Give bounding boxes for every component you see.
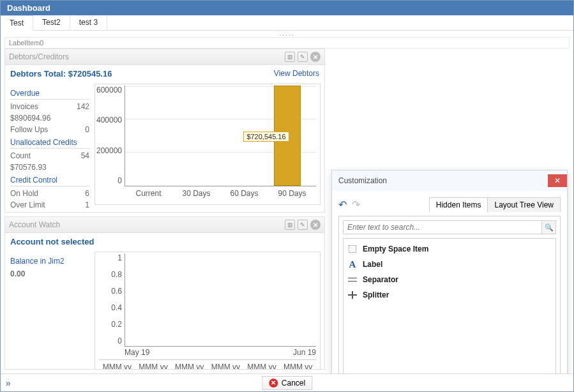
unallocated-heading[interactable]: Unallocated Credits — [10, 138, 89, 149]
item-splitter[interactable]: Splitter — [346, 287, 553, 303]
undo-icon[interactable]: ↶ — [338, 199, 347, 211]
y-tick: 0.2 — [111, 320, 122, 329]
debtors-total-title: Debtors Total: $720545.16 — [10, 69, 112, 79]
debtors-panel-header: Debtors/Creditors — [9, 52, 69, 61]
unalloc-count-label: Count — [10, 151, 31, 160]
cancel-button[interactable]: ✕ Cancel — [262, 376, 312, 390]
x-bottom-tick: MMM yy — [244, 363, 280, 370]
x-tick: 90 Days — [268, 189, 316, 200]
followups-value: 0 — [85, 125, 89, 134]
x-tick: 60 Days — [220, 189, 268, 200]
view-debtors-link[interactable]: View Debtors — [274, 69, 319, 79]
onhold-value: 6 — [85, 189, 89, 198]
x-tick: 30 Days — [172, 189, 220, 200]
x-top-tick: Jun 19 — [293, 348, 316, 358]
y-tick: 0 — [117, 336, 122, 345]
account-not-selected: Account not selected — [10, 237, 94, 246]
balance-label: Balance in Jim2 — [10, 257, 89, 267]
x-bottom-tick: MMM yy — [135, 363, 172, 370]
item-label[interactable]: A Label — [346, 257, 553, 272]
tab-strip: Test Test2 test 3 — [1, 15, 573, 31]
item-label: Splitter — [363, 290, 389, 299]
account-line-chart: 1 0.8 0.6 0.4 0.2 0 — [94, 252, 321, 370]
hidden-items-list: Empty Space Item A Label Separator S — [343, 238, 556, 373]
document-icon[interactable]: ▥ — [285, 52, 295, 62]
cancel-label: Cancel — [282, 379, 305, 388]
invoices-value: 142 — [77, 102, 89, 111]
y-tick: 400000 — [96, 116, 122, 124]
item-empty-space[interactable]: Empty Space Item — [346, 241, 553, 257]
empty-space-icon — [347, 244, 358, 254]
x-bottom-tick: MMM yy — [99, 363, 135, 370]
label-icon: A — [347, 259, 358, 269]
y-tick: 600000 — [96, 86, 122, 94]
redo-icon[interactable]: ↷ — [352, 199, 360, 211]
y-tick: 1 — [117, 253, 122, 262]
x-tick: Current — [125, 189, 172, 200]
panel-close-icon[interactable]: ✕ — [310, 220, 321, 230]
dashboard-window: Dashboard Test Test2 test 3 ..... LabelI… — [0, 0, 574, 392]
cancel-circle-icon: ✕ — [269, 379, 278, 388]
dialog-close-button[interactable]: ✕ — [548, 174, 567, 187]
account-panel-header: Account Watch — [9, 220, 60, 229]
label-item-0: LabelItem0 — [4, 37, 570, 49]
unalloc-count-value: 54 — [81, 151, 89, 160]
unalloc-amount: $70576.93 — [10, 163, 47, 172]
splitter-icon — [347, 290, 358, 300]
debtors-bar-chart: 600000 400000 200000 0 $720,545.16 — [94, 84, 321, 205]
customization-dialog: Customization ✕ ↶ ↷ Hidden Items Layout … — [331, 170, 568, 373]
document-icon[interactable]: ▥ — [285, 220, 295, 230]
debtors-panel: Debtors/Creditors ▥ ✎ ✕ Debtors Total: $… — [4, 49, 325, 213]
y-tick: 200000 — [96, 146, 122, 155]
splitter-grip[interactable]: ..... — [1, 31, 573, 37]
onhold-label: On Hold — [10, 189, 38, 198]
tab-hidden-items[interactable]: Hidden Items — [430, 198, 488, 212]
expand-chevron-icon[interactable]: » — [6, 378, 11, 388]
search-icon[interactable]: 🔍 — [542, 220, 556, 234]
bar-value-label: $720,545.16 — [243, 132, 289, 142]
invoices-label: Invoices — [10, 102, 38, 111]
overlimit-value: 1 — [85, 200, 89, 209]
followups-label: Follow Ups — [10, 125, 48, 134]
separator-icon — [347, 275, 358, 285]
edit-icon[interactable]: ✎ — [298, 52, 308, 62]
footer: » ✕ Cancel — [1, 373, 573, 391]
customization-title: Customization — [338, 176, 387, 185]
y-tick: 0.6 — [111, 287, 122, 296]
panel-close-icon[interactable]: ✕ — [310, 52, 321, 62]
item-separator[interactable]: Separator — [346, 272, 553, 287]
y-tick: 0.4 — [111, 303, 122, 312]
window-title: Dashboard — [1, 1, 573, 15]
x-bottom-tick: MMM yy — [171, 363, 208, 370]
tab-layout-tree[interactable]: Layout Tree View — [488, 198, 560, 212]
tab-test[interactable]: Test — [1, 15, 33, 31]
x-top-tick: May 19 — [125, 348, 149, 358]
account-watch-panel: Account Watch ▥ ✎ ✕ Account not selected… — [4, 216, 325, 370]
y-tick: 0 — [117, 176, 122, 185]
search-input[interactable] — [343, 220, 542, 234]
balance-value: 0.00 — [10, 269, 89, 278]
overdue-amount: $890694.96 — [10, 114, 50, 123]
tab-test2[interactable]: Test2 — [33, 15, 70, 30]
edit-icon[interactable]: ✎ — [298, 220, 308, 230]
x-bottom-tick: MMM yy — [208, 363, 244, 370]
overlimit-label: Over Limit — [10, 200, 45, 209]
item-label: Empty Space Item — [363, 245, 428, 253]
y-tick: 0.8 — [111, 270, 122, 279]
x-bottom-tick: MMM yy — [280, 363, 316, 370]
credit-control-heading[interactable]: Credit Control — [10, 176, 89, 186]
item-label: Label — [363, 260, 382, 269]
tab-test3[interactable]: test 3 — [70, 15, 107, 30]
item-label: Separator — [363, 275, 398, 284]
overdue-heading[interactable]: Overdue — [10, 89, 89, 100]
